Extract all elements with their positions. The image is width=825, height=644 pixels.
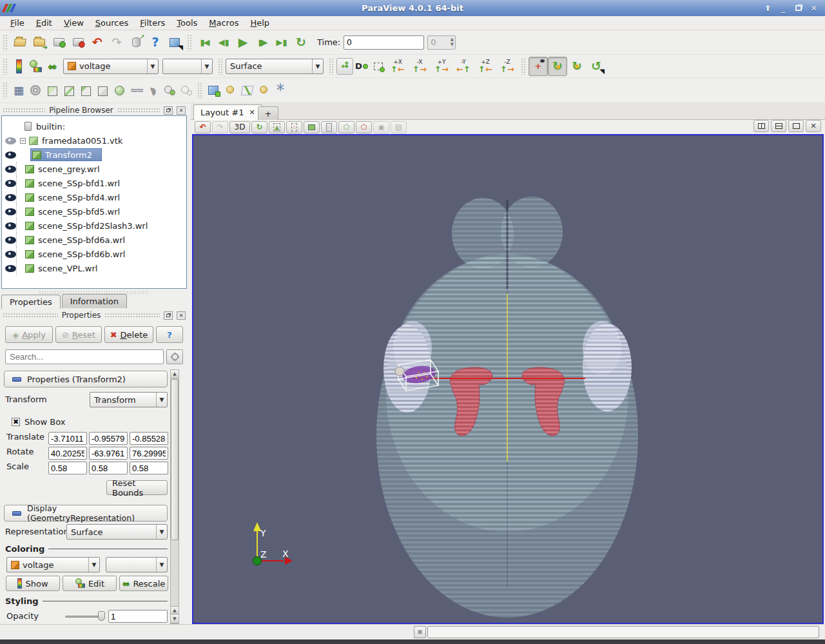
visibility-eye-icon[interactable] <box>5 208 16 215</box>
widget-handle-sphere[interactable] <box>395 367 404 376</box>
tree-row-scene-bfd6b[interactable]: scene_SSp-bfd6b.wrl <box>2 247 186 261</box>
reset-camera-button[interactable]: ↔↕ <box>336 58 353 75</box>
component-dropdown[interactable]: ▼ <box>162 59 213 74</box>
close-view-button[interactable]: ✕ <box>806 120 821 132</box>
frame-spinbox[interactable]: 0▲▼ <box>427 35 456 50</box>
stream-tracer-button[interactable]: ≈≈ <box>128 82 144 99</box>
translate-x-field[interactable] <box>48 432 87 445</box>
search-input[interactable] <box>5 349 164 364</box>
representation-panel-dropdown[interactable]: Surface ▼ <box>66 524 168 540</box>
group-datasets-button[interactable] <box>161 82 178 99</box>
select-cells-on-button[interactable]: ▲ <box>269 121 285 133</box>
view-minus-z-button[interactable]: -Z↑→ <box>496 57 518 76</box>
visibility-eye-icon[interactable] <box>5 151 16 159</box>
rescale-range-button[interactable]: ⇔ <box>44 58 61 75</box>
collapse-expander-icon[interactable]: − <box>20 138 26 144</box>
float-dock-icon[interactable] <box>164 106 173 115</box>
close-tab-icon[interactable]: ✕ <box>249 108 255 117</box>
close-dock-icon[interactable]: ✕ <box>177 311 186 320</box>
show-legend-button[interactable]: Show <box>6 576 60 591</box>
disconnect-server-button[interactable] <box>68 33 88 52</box>
show-center-axes-button[interactable]: + <box>529 57 548 76</box>
visibility-eye-icon[interactable] <box>5 166 16 173</box>
view-plus-x-button[interactable]: +X↑← <box>387 57 409 76</box>
minimize-window-icon[interactable]: _ <box>779 4 788 13</box>
undo-button[interactable]: ↶ <box>88 33 107 52</box>
tree-row-scene-bfd5[interactable]: scene_SSp-bfd5.wrl <box>2 204 186 219</box>
vcr-next-frame-button[interactable]: ▮▶ <box>253 33 272 52</box>
help-button[interactable]: ? <box>146 33 165 52</box>
plot-selection-over-time-button[interactable] <box>255 82 272 99</box>
reset-center-button[interactable]: ↻ <box>567 57 587 76</box>
coloring-component-dropdown[interactable]: ▼ <box>106 557 168 572</box>
toggle-color-legend-button[interactable] <box>10 58 27 75</box>
select-points-through-button[interactable]: ∷ <box>321 121 337 133</box>
translate-y-field[interactable] <box>89 432 128 445</box>
camera-undo-button[interactable]: ↶ <box>195 121 211 133</box>
glyph-filter-button[interactable] <box>111 82 128 99</box>
search-options-button[interactable] <box>166 349 183 364</box>
select-points-on-button[interactable]: ∴ <box>286 121 302 133</box>
tree-row-builtin[interactable]: builtin: <box>2 119 186 133</box>
show-center-button[interactable]: ↻ <box>548 57 567 76</box>
apply-button[interactable]: ◈Apply <box>5 326 53 343</box>
extract-group-button[interactable] <box>178 82 195 99</box>
view-plus-y-button[interactable]: +Y↑→ <box>431 57 452 76</box>
opacity-slider[interactable] <box>65 610 105 623</box>
color-by-dropdown[interactable]: voltage ▼ <box>63 59 159 74</box>
translate-z-field[interactable] <box>130 432 168 445</box>
vcr-last-frame-button[interactable]: ▶▮ <box>272 33 291 52</box>
abort-progress-button[interactable]: ✖ <box>414 626 426 638</box>
vcr-previous-frame-button[interactable]: ◀▮ <box>214 33 233 52</box>
visibility-eye-icon[interactable] <box>5 251 16 258</box>
properties-dock-titlebar[interactable]: Properties ✕ <box>0 309 188 321</box>
scroll-up-icon[interactable]: ▲ <box>171 370 179 378</box>
interactive-select-button[interactable]: ▣ <box>373 121 389 133</box>
transform-section-header[interactable]: Properties (Transform2) <box>4 371 168 387</box>
tree-row-scene-bfd2slash3[interactable]: scene_SSp-bfd2Slash3.wrl <box>2 219 186 233</box>
scale-z-field[interactable] <box>130 462 168 474</box>
slider-thumb[interactable] <box>98 611 105 621</box>
temporal-interpolator-button[interactable]: * <box>272 82 289 99</box>
clip-filter-button[interactable] <box>44 82 61 99</box>
render-view-3d[interactable]: Y X Z <box>192 134 824 624</box>
extract-subset-button[interactable] <box>94 82 111 99</box>
toolbar-handle[interactable] <box>218 58 223 75</box>
pick-center-button[interactable]: ↺◥ <box>587 57 606 76</box>
show-box-checkbox[interactable]: ✖ <box>12 418 20 426</box>
pipeline-dock-titlebar[interactable]: Pipeline Browser ✕ <box>0 104 188 116</box>
view-minus-x-button[interactable]: -X↑→ <box>409 57 431 76</box>
select-cells-through-button[interactable] <box>304 121 320 133</box>
auto-apply-button[interactable]: ◥ <box>165 33 184 52</box>
toolbar-handle[interactable] <box>3 82 8 99</box>
time-input[interactable] <box>344 35 424 50</box>
connect-server-button[interactable] <box>49 33 68 52</box>
tree-row-scene-bfd4[interactable]: scene_SSp-bfd4.wrl <box>2 190 186 204</box>
tree-row-scene-grey[interactable]: scene_grey.wrl <box>2 162 186 176</box>
toolbar-handle[interactable] <box>3 34 8 51</box>
toolbar-handle[interactable] <box>329 58 334 75</box>
menu-macros[interactable]: Macros <box>204 17 244 29</box>
visibility-eye-icon[interactable] <box>5 237 16 244</box>
properties-scrollbar[interactable]: ▲ ▲ ▼ <box>170 369 179 624</box>
contour-filter-button[interactable] <box>27 82 44 99</box>
redo-button[interactable]: ↷ <box>107 33 126 52</box>
rotate-x-field[interactable] <box>48 447 87 460</box>
select-points-polygon-button[interactable]: ⬠ <box>356 121 372 133</box>
tab-layout-1[interactable]: Layout #1 ✕ <box>193 104 262 120</box>
add-layout-tab[interactable]: + <box>258 106 278 120</box>
menu-edit[interactable]: Edit <box>31 17 57 29</box>
scroll-down-icon[interactable]: ▼ <box>171 615 179 623</box>
delete-button[interactable]: ✖Delete <box>104 326 153 343</box>
vcr-first-frame-button[interactable]: ▮◀ <box>195 33 214 52</box>
visibility-eye-icon[interactable] <box>5 265 16 272</box>
tree-row-scene-bfd6a[interactable]: scene_SSp-bfd6a.wrl <box>2 233 186 247</box>
calculator-filter-button[interactable]: ▦ <box>10 82 27 99</box>
edit-colormap-button[interactable]: Edit <box>63 576 117 591</box>
transform-type-dropdown[interactable]: Transform ▼ <box>90 392 168 407</box>
spin-down-icon[interactable]: ▼ <box>451 42 454 47</box>
display-section-header[interactable]: Display (GeometryRepresentation) <box>4 505 168 522</box>
vcr-play-button[interactable]: ▶ <box>233 33 253 52</box>
float-dock-icon[interactable] <box>164 311 173 320</box>
view-minus-y-button[interactable]: -Y←↑ <box>452 57 474 76</box>
